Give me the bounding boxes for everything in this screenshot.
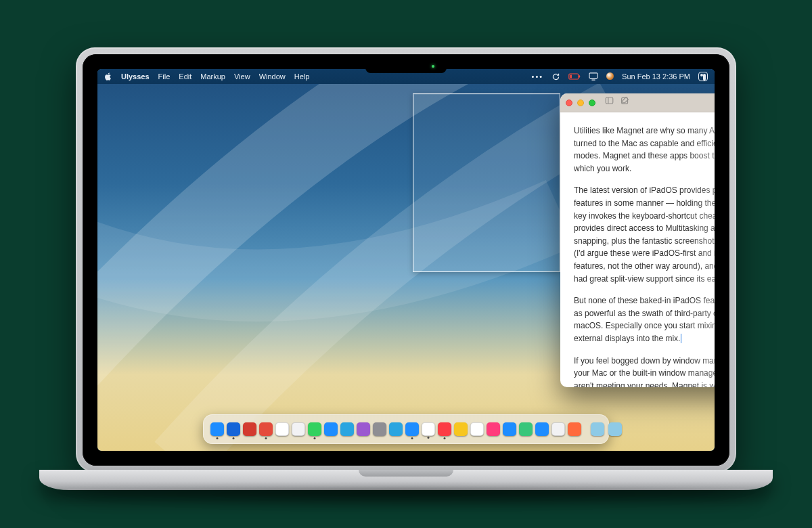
- laptop-lid: Ulysses File Edit Markup View Window Hel…: [76, 47, 736, 472]
- camera-led: [432, 65, 434, 68]
- dock-app-shortcuts[interactable]: [487, 422, 500, 436]
- dock-app-1password[interactable]: [227, 422, 240, 436]
- dock-app-finder[interactable]: [210, 422, 224, 436]
- dock-app-appstore[interactable]: [503, 422, 516, 436]
- dock-app-timer[interactable]: [470, 422, 484, 436]
- agenda-status-icon[interactable]: [606, 72, 614, 81]
- dock-app-activity[interactable]: [551, 422, 565, 436]
- svg-rect-2: [579, 75, 581, 77]
- dock-app-bee[interactable]: [454, 422, 468, 436]
- paragraph: Utilities like Magnet are why so many Ap…: [574, 125, 715, 175]
- dock-app-windows[interactable]: [389, 422, 403, 436]
- dock: [203, 414, 609, 444]
- paragraph: The latest version of iPadOS provides pl…: [574, 184, 715, 285]
- compose-icon[interactable]: [621, 96, 629, 109]
- apple-menu[interactable]: [104, 72, 112, 81]
- display-bezel: Ulysses File Edit Markup View Window Hel…: [83, 54, 729, 466]
- laptop-base: [39, 470, 773, 490]
- display-notch: [365, 61, 447, 73]
- menu-view[interactable]: View: [234, 72, 250, 81]
- control-center-icon[interactable]: [698, 72, 708, 81]
- dock-app-acorn[interactable]: [324, 422, 338, 436]
- sidebar-toggle-icon[interactable]: [605, 96, 614, 109]
- dock-app-messages[interactable]: [308, 422, 321, 436]
- svg-rect-1: [570, 75, 572, 79]
- dock-app-reminders[interactable]: [292, 422, 305, 436]
- menu-help[interactable]: Help: [294, 72, 310, 81]
- svg-rect-3: [589, 73, 597, 79]
- window-titlebar[interactable]: [560, 93, 715, 112]
- battery-low-icon[interactable]: [568, 73, 581, 80]
- window-snap-overlay: [413, 93, 560, 272]
- menu-bar-clock[interactable]: Sun Feb 13 2:36 PM: [622, 72, 690, 81]
- dock-app-fantastical[interactable]: [259, 422, 273, 436]
- dock-app-terminal[interactable]: [519, 422, 533, 436]
- dock-app-music[interactable]: [438, 422, 451, 436]
- paragraph: But none of these baked-in iPadOS featur…: [574, 294, 715, 345]
- dock-app-settings[interactable]: [373, 422, 386, 436]
- menu-window[interactable]: Window: [259, 72, 286, 81]
- sync-icon[interactable]: [551, 72, 560, 81]
- dock-folder-downloads[interactable]: [591, 422, 604, 436]
- menu-edit[interactable]: Edit: [179, 72, 191, 81]
- editor-window[interactable]: Utilities like Magnet are why so many Ap…: [560, 93, 715, 387]
- dock-app-mail[interactable]: [535, 422, 549, 436]
- menu-markup[interactable]: Markup: [200, 72, 225, 81]
- close-button[interactable]: [566, 100, 572, 106]
- zoom-button[interactable]: [589, 100, 595, 106]
- svg-rect-4: [606, 97, 613, 104]
- window-traffic-lights[interactable]: [566, 100, 595, 106]
- minimize-button[interactable]: [577, 100, 584, 106]
- dock-folder-documents[interactable]: [608, 422, 622, 436]
- macbook-frame: Ulysses File Edit Markup View Window Hel…: [76, 47, 736, 494]
- dock-app-analytics[interactable]: [340, 422, 354, 436]
- dock-app-slack[interactable]: [422, 422, 435, 436]
- display-icon[interactable]: [589, 72, 598, 81]
- dock-app-pixelmator[interactable]: [357, 422, 370, 436]
- dock-app-things[interactable]: [243, 422, 256, 436]
- dock-app-craft[interactable]: [568, 422, 581, 436]
- menu-file[interactable]: File: [158, 72, 171, 81]
- dock-app-safari[interactable]: [405, 422, 419, 436]
- dock-app-notion[interactable]: [275, 422, 289, 436]
- screen: Ulysses File Edit Markup View Window Hel…: [97, 69, 715, 451]
- app-name-menu[interactable]: Ulysses: [121, 72, 150, 81]
- ellipsis-icon[interactable]: •••: [532, 72, 544, 81]
- paragraph: If you feel bogged down by window manage…: [574, 355, 715, 388]
- editor-body[interactable]: Utilities like Magnet are why so many Ap…: [560, 112, 715, 387]
